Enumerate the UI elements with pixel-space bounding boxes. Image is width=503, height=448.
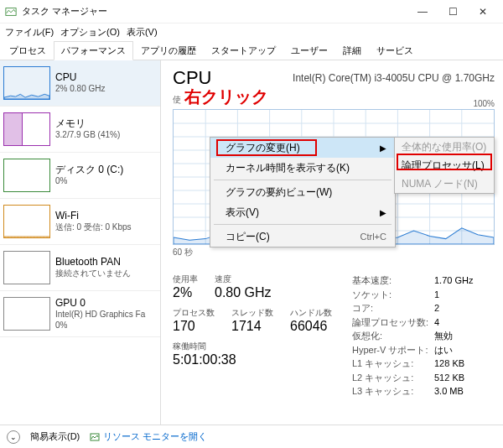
submenu-graph: 全体的な使用率(O) 論理プロセッサ(L) NUMA ノード(N) [394,137,495,194]
tab-startup[interactable]: スタートアップ [204,41,283,60]
tab-processes[interactable]: プロセス [2,41,54,60]
sidebar-cpu-sub: 2% 0.80 GHz [55,84,105,95]
handle-label: ハンドル数 [290,307,332,319]
chart-xlabel: 60 秒 [173,247,495,258]
titlebar: タスク マネージャー — ☐ ✕ [0,0,503,23]
sidebar-gpu-name: GPU 0 [55,297,145,310]
sidebar-wifi-sub: 送信: 0 受信: 0 Kbps [55,222,132,233]
thumb-wifi [3,205,50,238]
submenu-numa-label: NUMA ノード(N) [402,177,478,191]
sidebar-gpu-sub1: Intel(R) HD Graphics Fa [55,310,145,320]
arrow-icon: ▶ [380,208,386,217]
lp-value: 4 [434,317,439,327]
submenu-logical[interactable]: 論理プロセッサ(L) [395,156,494,175]
uptime-label: 稼働時間 [173,341,332,352]
sidebar-cpu-name: CPU [55,71,105,84]
l2-value: 512 KB [434,372,464,383]
sidebar-bt-name: Bluetooth PAN [55,256,131,268]
open-resource-monitor[interactable]: リソース モニターを開く [90,430,207,443]
context-view[interactable]: 表示(V)▶ [210,202,395,222]
context-change-graph[interactable]: グラフの変更(H)▶ [210,138,395,158]
sidebar-disk-sub: 0% [55,176,123,187]
l1-value: 128 KB [434,358,464,368]
tab-history[interactable]: アプリの履歴 [133,41,204,60]
window-title: タスク マネージャー [22,5,407,18]
sidebar-gpu-sub2: 0% [55,320,145,331]
socket-label: ソケット: [352,288,434,302]
thread-label: スレッド数 [231,307,273,319]
base-value: 1.70 GHz [434,275,473,285]
cpu-model: Intel(R) Core(TM) i3-4005U CPU @ 1.70GHz [293,72,495,84]
thread-value: 1714 [231,319,273,334]
context-copy[interactable]: コピー(C)Ctrl+C [210,227,395,247]
sidebar: CPU 2% 0.80 GHz メモリ 3.2/7.9 GB (41%) ディス… [0,60,161,426]
context-change-graph-label: グラフの変更(H) [226,141,300,155]
menubar: ファイル(F) オプション(O) 表示(V) [0,23,503,40]
minimize-button[interactable]: — [407,1,438,23]
maximize-button[interactable]: ☐ [438,1,468,23]
context-summary[interactable]: グラフの要約ビュー(W) [210,182,395,202]
submenu-overall[interactable]: 全体的な使用率(O) [395,138,494,156]
thumb-gpu [3,297,50,331]
proc-value: 170 [173,319,215,334]
chevron-down-icon[interactable]: ⌄ [7,430,20,444]
resmon-label: リソース モニターを開く [103,430,207,443]
app-icon [5,6,17,18]
util-label: 使用率 [173,273,198,285]
arrow-icon: ▶ [380,143,386,153]
sidebar-bt-sub: 接続されていません [55,268,131,279]
menu-options[interactable]: オプション(O) [60,26,120,39]
tab-users[interactable]: ユーザー [283,41,335,60]
context-show-kernel-label: カーネル時間を表示する(K) [226,161,350,175]
context-view-label: 表示(V) [226,206,259,220]
lp-label: 論理プロセッサ数: [352,315,434,330]
l2-label: L2 キャッシュ: [352,371,434,385]
menu-file[interactable]: ファイル(F) [5,26,54,39]
stats-area: 使用率2% 速度0.80 GHz プロセス数170 スレッド数1714 ハンドル… [173,273,495,399]
virt-label: 仮想化: [352,329,434,343]
resmon-icon [90,432,100,442]
virt-value: 無効 [434,331,453,341]
tab-services[interactable]: サービス [369,41,421,60]
l3-value: 3.0 MB [434,386,464,396]
tab-performance[interactable]: パフォーマンス [54,41,133,60]
close-button[interactable]: ✕ [468,1,498,23]
context-menu: グラフの変更(H)▶ カーネル時間を表示する(K) グラフの要約ビュー(W) 表… [210,137,396,247]
menu-view[interactable]: 表示(V) [127,26,158,39]
sidebar-item-gpu[interactable]: GPU 0 Intel(R) HD Graphics Fa 0% [0,291,160,337]
sidebar-mem-name: メモリ [55,117,120,130]
tab-details[interactable]: 詳細 [335,41,369,60]
util-value: 2% [173,285,198,300]
uptime-value: 5:01:00:38 [173,352,332,367]
handle-value: 66046 [290,319,332,334]
thumb-memory [3,112,50,146]
tabbar: プロセス パフォーマンス アプリの履歴 スタートアップ ユーザー 詳細 サービス [0,42,503,60]
sidebar-wifi-name: Wi-Fi [55,210,132,222]
submenu-logical-label: 論理プロセッサ(L) [402,159,485,173]
l1-label: L1 キャッシュ: [352,357,434,371]
sidebar-item-wifi[interactable]: Wi-Fi 送信: 0 受信: 0 Kbps [0,199,160,245]
submenu-numa[interactable]: NUMA ノード(N) [395,175,494,193]
footer: ⌄ 簡易表示(D) リソース モニターを開く [0,425,503,448]
thumb-cpu [3,66,50,100]
sidebar-item-memory[interactable]: メモリ 3.2/7.9 GB (41%) [0,107,160,153]
submenu-overall-label: 全体的な使用率(O) [402,140,486,154]
speed-value: 0.80 GHz [215,285,272,300]
fewer-details[interactable]: 簡易表示(D) [30,430,80,443]
context-summary-label: グラフの要約ビュー(W) [226,185,332,200]
sidebar-item-cpu[interactable]: CPU 2% 0.80 GHz [0,60,160,107]
sidebar-item-disk[interactable]: ディスク 0 (C:) 0% [0,153,160,199]
context-copy-shortcut: Ctrl+C [360,232,386,242]
context-show-kernel[interactable]: カーネル時間を表示する(K) [210,158,395,178]
hv-label: Hyper-V サポート: [352,343,434,357]
base-label: 基本速度: [352,273,434,288]
util-small-label: 使 [173,94,495,106]
sidebar-item-bluetooth[interactable]: Bluetooth PAN 接続されていません [0,245,160,291]
hv-value: はい [434,345,453,355]
socket-value: 1 [434,289,439,300]
chart-ymax: 100% [473,99,495,108]
thumb-bluetooth [3,251,50,284]
info-panel: 基本速度:1.70 GHz ソケット:1 コア:2 論理プロセッサ数:4 仮想化… [352,273,473,399]
speed-label: 速度 [215,273,272,285]
core-value: 2 [434,303,439,313]
